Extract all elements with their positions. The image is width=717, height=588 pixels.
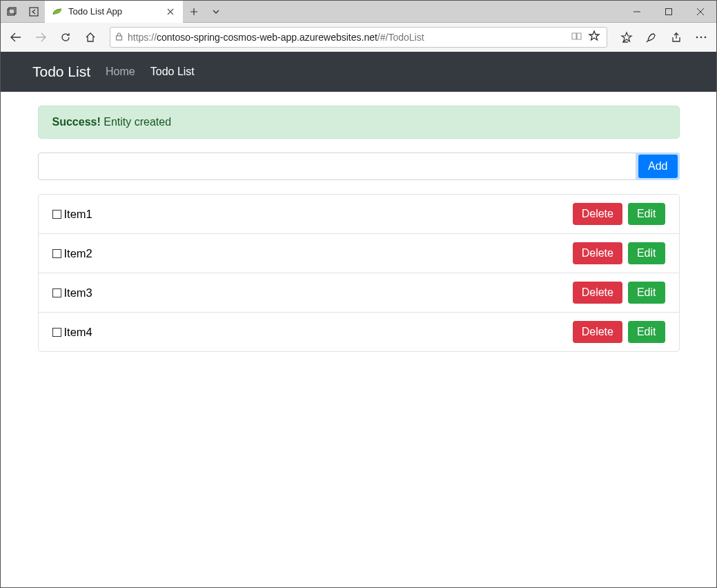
add-button[interactable]: Add: [638, 155, 677, 178]
add-row: Add: [38, 153, 680, 180]
edit-button[interactable]: Edit: [628, 321, 665, 343]
alert-text: Entity created: [104, 116, 171, 128]
page-viewport: Todo List Home Todo List Success! Entity…: [1, 52, 716, 587]
brand[interactable]: Todo List: [32, 63, 90, 80]
svg-rect-3: [666, 9, 672, 15]
edit-button[interactable]: Edit: [628, 282, 665, 304]
svg-point-5: [696, 37, 698, 39]
list-item: Item2DeleteEdit: [39, 234, 679, 273]
share-icon[interactable]: [665, 26, 687, 48]
reading-view-icon[interactable]: [571, 31, 582, 43]
favorites-menu-icon[interactable]: [616, 26, 638, 48]
alert-strong: Success!: [52, 116, 101, 128]
sidebar-toggle-icon[interactable]: [1, 1, 23, 22]
notes-icon[interactable]: [640, 26, 662, 48]
new-tab-icon[interactable]: [183, 1, 205, 22]
close-window-button[interactable]: [685, 1, 716, 23]
app-navbar: Todo List Home Todo List: [1, 52, 716, 92]
list-item: Item1DeleteEdit: [39, 195, 679, 234]
url-text: https://contoso-spring-cosmos-web-app.az…: [128, 32, 567, 43]
lock-icon: [115, 31, 124, 43]
delete-button[interactable]: Delete: [573, 203, 622, 225]
back-button[interactable]: [5, 26, 27, 48]
nav-home[interactable]: Home: [106, 66, 135, 78]
list-item: Item4DeleteEdit: [39, 313, 679, 351]
delete-button[interactable]: Delete: [573, 242, 622, 264]
item-checkbox[interactable]: [52, 249, 61, 258]
delete-button[interactable]: Delete: [573, 321, 622, 343]
item-checkbox[interactable]: [52, 288, 61, 297]
item-checkbox[interactable]: [52, 210, 61, 219]
tab-title: Todo List App: [68, 6, 159, 17]
svg-point-6: [700, 37, 703, 39]
svg-point-7: [705, 37, 707, 39]
edit-button[interactable]: Edit: [628, 242, 665, 264]
forward-button[interactable]: [30, 26, 52, 48]
browser-chrome: Todo List App: [1, 1, 716, 52]
window-controls: [621, 1, 716, 23]
success-alert: Success! Entity created: [38, 106, 680, 139]
tab-menu-icon[interactable]: [205, 1, 227, 22]
refresh-button[interactable]: [55, 26, 77, 48]
nav-todolist[interactable]: Todo List: [150, 66, 195, 78]
item-label: Item2: [64, 247, 92, 260]
more-menu-icon[interactable]: [690, 26, 712, 48]
maximize-button[interactable]: [653, 1, 685, 23]
favorite-star-icon[interactable]: [589, 30, 600, 44]
item-checkbox[interactable]: [52, 328, 61, 337]
set-aside-tabs-icon[interactable]: [23, 1, 45, 22]
new-item-input[interactable]: [38, 153, 637, 180]
edit-button[interactable]: Edit: [628, 203, 665, 225]
leaf-favicon-icon: [52, 6, 63, 17]
tab-bar: Todo List App: [1, 1, 716, 23]
svg-rect-4: [117, 36, 122, 40]
item-list: Item1DeleteEditItem2DeleteEditItem3Delet…: [38, 194, 680, 352]
item-label: Item4: [64, 326, 92, 339]
item-label: Item3: [64, 286, 92, 300]
close-tab-icon[interactable]: [165, 6, 176, 18]
list-item: Item3DeleteEdit: [39, 273, 679, 313]
address-bar: https://contoso-spring-cosmos-web-app.az…: [1, 23, 716, 52]
svg-rect-2: [30, 8, 38, 16]
home-button[interactable]: [79, 26, 101, 48]
minimize-button[interactable]: [621, 1, 653, 23]
browser-tab-active[interactable]: Todo List App: [45, 1, 183, 22]
item-label: Item1: [64, 208, 92, 221]
url-box[interactable]: https://contoso-spring-cosmos-web-app.az…: [110, 27, 607, 48]
delete-button[interactable]: Delete: [573, 282, 622, 304]
